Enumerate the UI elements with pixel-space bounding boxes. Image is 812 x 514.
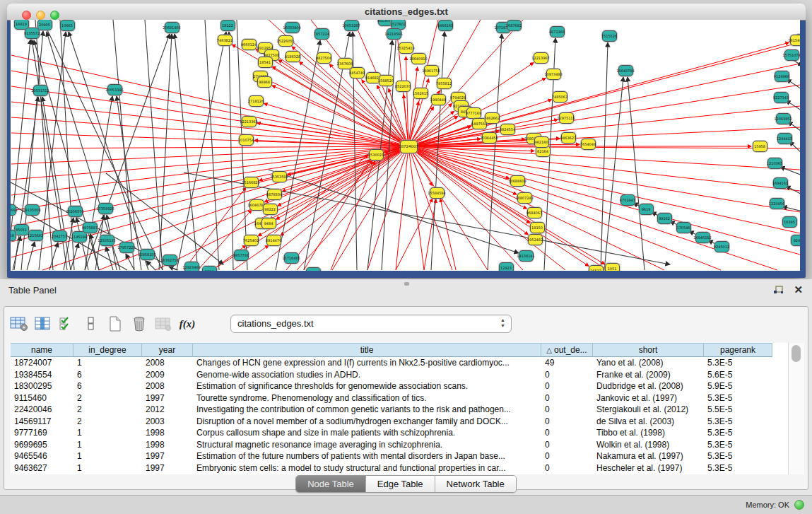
graph-node[interactable]: 9619 bbox=[639, 204, 654, 215]
graph-node[interactable]: 16946162 bbox=[695, 232, 710, 243]
table-row[interactable]: 946362711997Embryonic stem cells: a mode… bbox=[11, 462, 789, 474]
column-header-short[interactable]: short bbox=[593, 343, 704, 357]
graph-node[interactable]: 6751947 bbox=[620, 194, 635, 206]
graph-node[interactable]: 9463627 bbox=[561, 132, 576, 144]
graph-node[interactable]: 19218566 bbox=[387, 28, 401, 40]
graph-node[interactable]: 19135008 bbox=[25, 204, 40, 216]
graph-node[interactable]: 9129966 bbox=[775, 71, 789, 82]
column-header-pagerank[interactable]: pagerank bbox=[704, 343, 772, 357]
graph-node[interactable]: 16046786 bbox=[249, 199, 264, 211]
graph-node[interactable]: 1010754 bbox=[239, 134, 254, 146]
column-header-title[interactable]: title bbox=[193, 343, 541, 357]
graph-node[interactable]: 1220456 bbox=[770, 198, 784, 209]
graph-node[interactable]: 7955812 bbox=[437, 78, 452, 89]
graph-node[interactable]: 3824554 bbox=[500, 124, 515, 135]
graph-node[interactable]: 8466160 bbox=[438, 20, 453, 31]
graph-node[interactable]: 1348145 bbox=[306, 267, 321, 271]
table-row[interactable]: 2242004622012Investigating the contribut… bbox=[11, 404, 789, 416]
graph-node[interactable]: 170546 bbox=[676, 222, 691, 233]
table-selector[interactable]: citations_edges.txt ▲▼ bbox=[230, 315, 512, 333]
column-edit-button[interactable] bbox=[33, 313, 54, 334]
graph-node[interactable]: 15325419 bbox=[399, 42, 413, 54]
graph-node[interactable]: 7625402 bbox=[244, 235, 259, 246]
graph-node[interactable]: 9857791 bbox=[234, 250, 249, 261]
graph-node[interactable]: 15958 bbox=[753, 141, 767, 152]
graph-node[interactable]: 9777169 bbox=[466, 107, 481, 119]
graph-node[interactable]: 18807243 bbox=[517, 192, 532, 204]
network-canvas[interactable]: 1661920905106659135572206914061812216033… bbox=[11, 20, 800, 271]
tab-node-table[interactable]: Node Table bbox=[296, 476, 366, 492]
graph-node[interactable]: 1990448 bbox=[431, 94, 446, 105]
graph-node[interactable]: 4671368 bbox=[550, 26, 565, 37]
table-row[interactable]: 1456911722003Disruption of a novel membe… bbox=[11, 416, 789, 428]
graph-node[interactable]: 7857224 bbox=[314, 28, 329, 40]
graph-node[interactable]: 9827504 bbox=[317, 52, 331, 64]
graph-node[interactable]: 12213967 bbox=[534, 52, 548, 64]
graph-node[interactable]: 85051 bbox=[14, 224, 29, 235]
tab-edge-table[interactable]: Edge Table bbox=[366, 476, 435, 492]
panel-divider-handle[interactable] bbox=[404, 282, 409, 286]
graph-node[interactable]: 98222 bbox=[263, 204, 278, 215]
graph-node[interactable]: 8878334 bbox=[267, 189, 282, 200]
table-row[interactable]: 977716911998Corpus callosum shape and si… bbox=[11, 427, 789, 439]
close-panel-icon[interactable]: ✕ bbox=[794, 284, 803, 295]
graph-node[interactable]: 9245012 bbox=[714, 241, 729, 252]
graph-node[interactable]: 9684067 bbox=[527, 207, 542, 218]
table-settings-button[interactable] bbox=[8, 313, 30, 334]
graph-node[interactable]: 12923 bbox=[499, 262, 514, 271]
graph-node[interactable]: 1562615 bbox=[413, 88, 428, 99]
graph-node[interactable]: 20053346 bbox=[107, 84, 122, 95]
graph-node[interactable]: 1215682 bbox=[28, 230, 43, 241]
graph-node[interactable]: 2687682 bbox=[507, 20, 522, 31]
graph-node[interactable]: 20691406 bbox=[165, 22, 180, 33]
graph-node[interactable]: 16522 bbox=[589, 265, 604, 271]
graph-node[interactable]: 10688609 bbox=[510, 175, 525, 187]
table-vertical-scrollbar[interactable] bbox=[788, 343, 804, 474]
graph-node[interactable]: 9135572 bbox=[25, 28, 40, 39]
table-row[interactable]: 1872400712008Changes of HCN gene express… bbox=[11, 357, 789, 369]
graph-node[interactable]: 9975887 bbox=[83, 222, 98, 233]
graph-node[interactable]: 25260664 bbox=[11, 204, 16, 216]
graph-node[interactable]: 18150 bbox=[530, 222, 545, 233]
graph-node[interactable]: 8522037 bbox=[396, 81, 411, 92]
graph-node[interactable]: 7654049 bbox=[581, 139, 596, 150]
network-window-titlebar[interactable]: citations_edges.txt bbox=[7, 4, 806, 21]
graph-node[interactable]: 12093852 bbox=[776, 113, 791, 124]
graph-node[interactable]: 98968 bbox=[257, 76, 272, 88]
graph-node[interactable]: 16648784 bbox=[618, 65, 633, 76]
graph-node[interactable]: 8454749 bbox=[350, 67, 365, 78]
graph-node[interactable]: 15751074 bbox=[784, 49, 799, 61]
graph-node[interactable]: 16782759 bbox=[163, 255, 177, 266]
column-header-in_degree[interactable]: in_degree bbox=[73, 343, 142, 357]
table-row[interactable]: 1938455462009Genome-wide association stu… bbox=[11, 369, 789, 381]
graph-node[interactable]: 39158 bbox=[11, 230, 16, 241]
table-mode-button[interactable] bbox=[81, 313, 102, 334]
delete-table-button[interactable] bbox=[129, 313, 150, 334]
graph-node[interactable]: 2718126 bbox=[249, 95, 264, 107]
tab-network-table[interactable]: Network Table bbox=[435, 476, 516, 492]
graph-node[interactable]: 20206576 bbox=[68, 206, 83, 217]
graph-node[interactable]: 7462662 bbox=[485, 112, 500, 124]
column-header-name[interactable]: name bbox=[11, 343, 73, 357]
column-header-out_de[interactable]: △out_de... bbox=[541, 343, 593, 357]
graph-node[interactable]: 20364456 bbox=[482, 132, 497, 144]
graph-node[interactable]: 1694161 bbox=[773, 177, 788, 189]
table-row[interactable]: 911546021997Tourette syndrome. Phenomeno… bbox=[11, 392, 789, 404]
graph-node[interactable]: 20531512 bbox=[33, 85, 48, 96]
function-builder-button[interactable]: f(x) bbox=[177, 313, 198, 334]
graph-node[interactable]: 8914479 bbox=[266, 235, 281, 246]
graph-node[interactable]: 10665 bbox=[60, 20, 75, 31]
graph-node[interactable]: 7485063 bbox=[553, 91, 567, 103]
graph-node[interactable]: 18640910 bbox=[411, 53, 426, 64]
graph-node[interactable]: 9484 bbox=[261, 218, 276, 229]
graph-node[interactable]: 9245 bbox=[791, 235, 801, 246]
graph-node[interactable]: 14138141 bbox=[519, 250, 534, 262]
graph-node[interactable]: 15718485 bbox=[284, 252, 299, 264]
graph-node[interactable]: 2530021 bbox=[369, 149, 384, 160]
graph-node[interactable]: 12213363 bbox=[242, 116, 257, 127]
graph-node[interactable]: 9694 bbox=[202, 266, 217, 271]
graph-node[interactable]: 15584594 bbox=[430, 187, 445, 199]
graph-node[interactable]: 1051 bbox=[605, 263, 620, 271]
graph-node[interactable]: 7515526 bbox=[602, 30, 617, 42]
graph-node[interactable]: 1588520 bbox=[379, 75, 394, 86]
